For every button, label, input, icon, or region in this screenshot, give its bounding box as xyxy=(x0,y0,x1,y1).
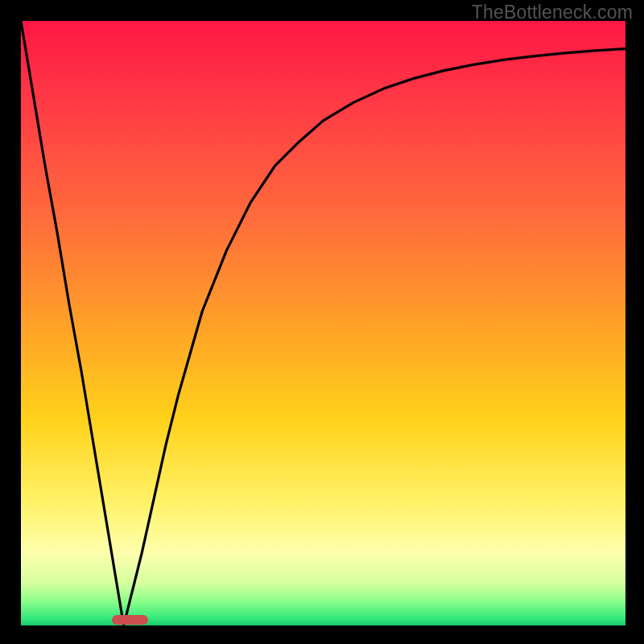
plot-area xyxy=(21,21,625,625)
watermark-text: TheBottleneck.com xyxy=(472,2,633,23)
chart-container: TheBottleneck.com xyxy=(0,0,644,644)
curve-path xyxy=(21,21,625,625)
chart-curve xyxy=(21,21,625,625)
bottleneck-marker xyxy=(112,615,148,625)
